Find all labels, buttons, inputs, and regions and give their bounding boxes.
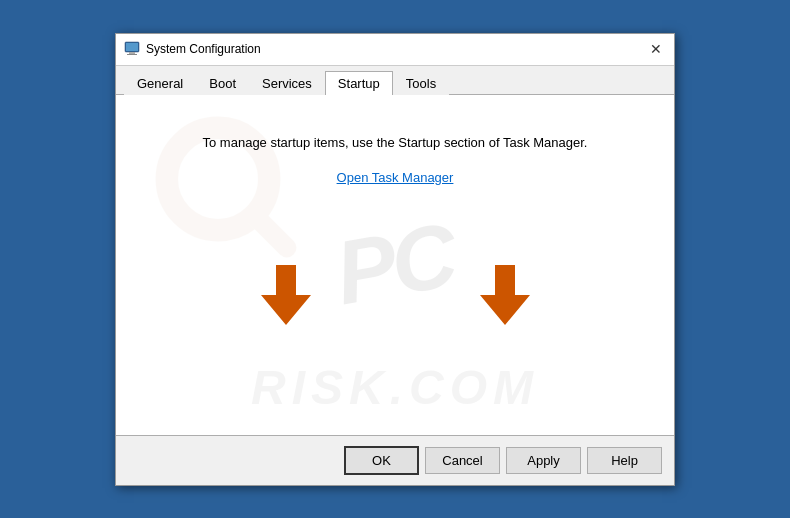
content-area: PC RISK.COM To manage startup items, use…: [116, 95, 674, 435]
info-text: To manage startup items, use the Startup…: [136, 135, 654, 150]
apply-button[interactable]: Apply: [506, 447, 581, 474]
window-title: System Configuration: [146, 42, 261, 56]
system-configuration-window: System Configuration ✕ General Boot Serv…: [115, 33, 675, 486]
tab-bar: General Boot Services Startup Tools: [116, 66, 674, 95]
tab-services[interactable]: Services: [249, 71, 325, 95]
footer: OK Cancel Apply Help: [116, 435, 674, 485]
help-button[interactable]: Help: [587, 447, 662, 474]
titlebar-left: System Configuration: [124, 41, 261, 57]
close-button[interactable]: ✕: [646, 42, 666, 56]
svg-rect-2: [129, 52, 135, 54]
titlebar: System Configuration ✕: [116, 34, 674, 66]
ok-button[interactable]: OK: [344, 446, 419, 475]
svg-marker-6: [261, 265, 311, 325]
svg-rect-3: [127, 54, 137, 55]
arrow-indicators: [136, 265, 654, 325]
ok-arrow: [261, 265, 311, 325]
tab-boot[interactable]: Boot: [196, 71, 249, 95]
svg-rect-1: [126, 43, 138, 51]
tab-tools[interactable]: Tools: [393, 71, 449, 95]
apply-arrow-icon: [480, 265, 530, 325]
ok-arrow-icon: [261, 265, 311, 325]
svg-marker-7: [480, 265, 530, 325]
cancel-button[interactable]: Cancel: [425, 447, 500, 474]
tab-startup[interactable]: Startup: [325, 71, 393, 95]
svg-line-5: [255, 215, 287, 247]
startup-content: To manage startup items, use the Startup…: [136, 115, 654, 185]
watermark-risk: RISK.COM: [116, 360, 674, 415]
tab-general[interactable]: General: [124, 71, 196, 95]
apply-arrow: [480, 265, 530, 325]
computer-icon: [124, 41, 140, 57]
open-task-manager-link[interactable]: Open Task Manager: [337, 170, 454, 185]
